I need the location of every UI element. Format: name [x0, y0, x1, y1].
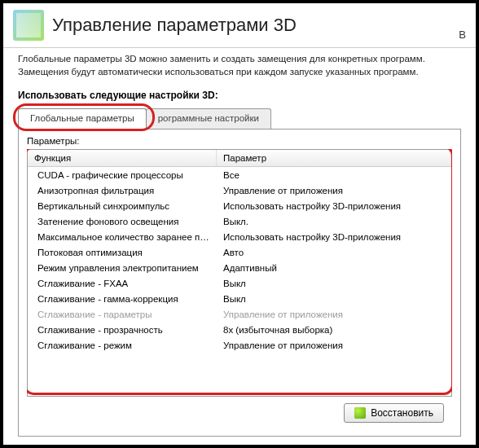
params-label: Параметры: — [27, 136, 452, 146]
table-row[interactable]: Потоковая оптимизацияАвто — [28, 244, 451, 260]
cell-parameter: Управление от приложения — [217, 309, 451, 320]
table-row: Сглаживание - параметрыУправление от при… — [28, 306, 451, 322]
tab-program[interactable]: рограммные настройки — [146, 108, 271, 130]
table-row[interactable]: Сглаживание - прозрачность8x (избыточная… — [28, 322, 451, 337]
table-row[interactable]: Сглаживание - FXAAВыкл — [28, 275, 451, 291]
settings-table[interactable]: Функция Параметр CUDA - графические проц… — [27, 149, 452, 397]
table-row[interactable]: Режим управления электропитаниемАдаптивн… — [28, 260, 451, 275]
tab-global[interactable]: Глобальные параметры — [18, 108, 147, 130]
cell-parameter: Выкл. — [217, 216, 451, 227]
cell-parameter: Управление от приложения — [217, 340, 451, 351]
nvidia-icon — [354, 407, 366, 419]
cell-function: Режим управления электропитанием — [28, 262, 217, 274]
cell-parameter: Адаптивный — [217, 262, 451, 274]
cell-parameter: Использовать настройку 3D-приложения — [217, 200, 451, 212]
cell-function: Сглаживание - гамма-коррекция — [28, 293, 217, 305]
tab-bar: Глобальные параметры рограммные настройк… — [18, 108, 461, 129]
cell-parameter: Выкл — [217, 278, 451, 289]
cell-function: Сглаживание - параметры — [28, 309, 217, 320]
cell-parameter: Авто — [217, 247, 451, 258]
cell-function: Сглаживание - режим — [28, 340, 217, 351]
table-row[interactable]: CUDA - графические процессорыВсе — [28, 167, 451, 182]
cell-parameter: 8x (избыточная выборка) — [217, 324, 451, 336]
table-row[interactable]: Вертикальный синхроимпульсИспользовать н… — [28, 198, 451, 213]
title-bar: Управление параметрами 3D В — [3, 3, 476, 48]
cell-function: Максимальное количество заранее под… — [28, 231, 217, 243]
cell-function: Анизотропная фильтрация — [28, 185, 217, 196]
app-icon — [13, 10, 44, 41]
table-header: Функция Параметр — [28, 150, 451, 167]
truncated-text: В — [459, 29, 466, 41]
page-title: Управление параметрами 3D — [52, 15, 459, 36]
cell-function: Вертикальный синхроимпульс — [28, 200, 217, 212]
column-header-function[interactable]: Функция — [28, 150, 217, 166]
cell-function: Сглаживание - FXAA — [28, 278, 217, 289]
cell-function: Потоковая оптимизация — [28, 247, 217, 258]
table-row[interactable]: Затенение фонового освещенияВыкл. — [28, 213, 451, 229]
cell-parameter: Выкл — [217, 293, 451, 305]
restore-button-label: Восстановить — [371, 407, 433, 419]
cell-function: CUDA - графические процессоры — [28, 169, 217, 181]
column-header-parameter[interactable]: Параметр — [217, 150, 451, 166]
cell-function: Сглаживание - прозрачность — [28, 324, 217, 336]
table-row[interactable]: Анизотропная фильтрацияУправление от при… — [28, 182, 451, 198]
table-row[interactable]: Максимальное количество заранее под…Испо… — [28, 229, 451, 244]
description-text: Глобальные параметры 3D можно заменить и… — [18, 53, 461, 78]
cell-parameter: Использовать настройку 3D-приложения — [217, 231, 451, 243]
table-row[interactable]: Сглаживание - режимУправление от приложе… — [28, 337, 451, 353]
cell-function: Затенение фонового освещения — [28, 216, 217, 227]
cell-parameter: Управление от приложения — [217, 185, 451, 196]
cell-parameter: Все — [217, 169, 451, 181]
table-body[interactable]: CUDA - графические процессорыВсеАнизотро… — [28, 167, 451, 396]
section-label: Использовать следующие настройки 3D: — [18, 90, 461, 101]
table-row[interactable]: Сглаживание - гамма-коррекцияВыкл — [28, 291, 451, 306]
tab-panel-global: Параметры: Функция Параметр CUDA - графи… — [18, 129, 461, 437]
restore-button[interactable]: Восстановить — [344, 403, 444, 423]
